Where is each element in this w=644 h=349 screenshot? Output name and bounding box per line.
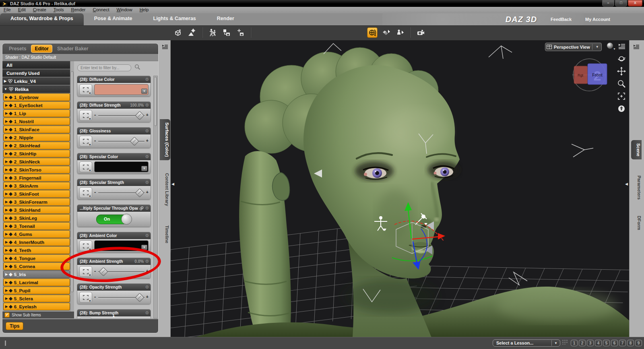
resize-handle[interactable] bbox=[5, 341, 6, 346]
surface-item[interactable]: ▶◆3_Toenail bbox=[3, 222, 70, 230]
image-map-button[interactable]: ▼ bbox=[79, 84, 92, 95]
expand-arrow-icon[interactable]: ▶ bbox=[5, 160, 8, 163]
lesson-number-button[interactable]: 1 bbox=[571, 340, 578, 346]
lesson-number-button[interactable]: 7 bbox=[619, 340, 626, 346]
image-map-button[interactable]: ▼ bbox=[79, 136, 92, 147]
expand-arrow-icon[interactable]: ▶ bbox=[5, 176, 8, 180]
slider[interactable]: -+ bbox=[94, 136, 149, 146]
image-map-button[interactable]: ▼ bbox=[79, 292, 92, 303]
lesson-number-button[interactable]: 8 bbox=[627, 340, 634, 346]
pan-view-icon[interactable] bbox=[617, 66, 626, 76]
surface-item[interactable]: ▶◆1_Nostril bbox=[3, 118, 70, 125]
slider[interactable]: -+ bbox=[94, 292, 149, 302]
activity-tab-render[interactable]: Render bbox=[206, 13, 245, 25]
image-map-button[interactable]: ▼ bbox=[79, 240, 92, 251]
lesson-number-button[interactable]: 4 bbox=[595, 340, 602, 346]
image-map-button[interactable]: ▼ bbox=[79, 266, 92, 277]
scroll-up-icon[interactable]: ▲ bbox=[112, 314, 116, 318]
activity-tab-pose-animate[interactable]: Pose & Animate bbox=[84, 13, 143, 25]
expand-arrow-icon[interactable]: ▶ bbox=[5, 152, 8, 155]
surface-item[interactable]: ▶◆3_SkinLeg bbox=[3, 214, 70, 222]
list-item-currently-used[interactable]: Currently Used bbox=[2, 69, 70, 77]
surface-item[interactable]: ▶◆1_SkinFace bbox=[3, 126, 70, 133]
side-tab-content-library[interactable]: Content Library bbox=[159, 170, 170, 209]
expand-arrow-icon[interactable]: ▶ bbox=[5, 200, 8, 204]
color-swatch[interactable]: ▼ bbox=[94, 240, 149, 251]
home-view-icon[interactable] bbox=[617, 104, 626, 114]
surface-item[interactable]: ▶◆6_Eyelash bbox=[3, 303, 70, 310]
minimize-button[interactable]: – bbox=[602, 0, 614, 6]
camera-selector[interactable]: Perspective View ▼ bbox=[545, 43, 602, 51]
expand-arrow-icon[interactable]: ▶ bbox=[5, 184, 8, 188]
surface-item[interactable]: ▶◆4_Tongue bbox=[3, 254, 70, 262]
menu-window[interactable]: Window bbox=[113, 7, 136, 12]
slider[interactable]: -+ bbox=[94, 110, 149, 120]
menu-tools[interactable]: Tools bbox=[50, 7, 68, 12]
save-pose-icon[interactable] bbox=[221, 27, 232, 38]
zoom-view-icon[interactable] bbox=[617, 79, 626, 89]
slider[interactable]: -+ bbox=[94, 318, 149, 318]
gear-icon[interactable]: ⚙ bbox=[145, 180, 149, 185]
surface-selection-tool-icon[interactable] bbox=[381, 27, 391, 38]
filter-input[interactable] bbox=[77, 64, 131, 71]
property-scrollbar[interactable] bbox=[153, 76, 158, 318]
expand-arrow-icon[interactable]: ▶ bbox=[5, 120, 8, 123]
lesson-number-button[interactable]: 2 bbox=[579, 340, 586, 346]
camera-tool-icon[interactable] bbox=[415, 27, 426, 38]
expand-arrow-icon[interactable]: ▶ bbox=[5, 289, 8, 292]
expand-arrow-icon[interactable]: ▶ bbox=[5, 216, 8, 220]
slider-handle[interactable] bbox=[99, 267, 108, 277]
create-light-icon[interactable] bbox=[187, 27, 197, 38]
slider-handle[interactable] bbox=[135, 188, 144, 198]
gear-icon[interactable]: ⚙ bbox=[145, 233, 149, 238]
right-dock-collapse-arrow[interactable]: ◀ bbox=[625, 182, 628, 186]
list-item-all[interactable]: All bbox=[2, 61, 70, 69]
image-map-button[interactable]: ▼ bbox=[79, 187, 92, 198]
pane-tab-shader-baker[interactable]: Shader Baker bbox=[54, 45, 91, 52]
surface-item[interactable]: ▶◆5_Iris bbox=[3, 271, 70, 278]
drawstyle-sphere-icon[interactable]: ▼ bbox=[607, 43, 616, 50]
slider-handle[interactable] bbox=[135, 293, 144, 302]
lesson-selector[interactable]: Select a Lesson... ▼ bbox=[493, 339, 560, 347]
side-tab-timeline[interactable]: Timeline bbox=[159, 222, 170, 246]
gear-icon[interactable]: ⚙ bbox=[145, 206, 149, 211]
slider[interactable]: -+ bbox=[94, 188, 149, 198]
gear-icon[interactable]: ⚙ bbox=[145, 103, 149, 107]
expand-arrow-icon[interactable]: ▶ bbox=[5, 128, 8, 131]
expand-arrow-icon[interactable]: ▼ bbox=[4, 87, 7, 91]
figure-pair-icon[interactable] bbox=[208, 27, 218, 38]
expand-arrow-icon[interactable]: ▶ bbox=[4, 79, 6, 83]
surface-item[interactable]: ▶◆4_Gums bbox=[3, 230, 70, 238]
expand-arrow-icon[interactable]: ▶ bbox=[5, 248, 8, 252]
expand-arrow-icon[interactable]: ▶ bbox=[5, 208, 8, 212]
surface-item[interactable]: ▶◆1_Eyebrow bbox=[3, 93, 70, 101]
image-map-button[interactable]: ▼ bbox=[79, 161, 92, 172]
lesson-number-button[interactable]: 9 bbox=[635, 340, 642, 346]
surface-item[interactable]: ▶◆1_EyeSocket bbox=[3, 101, 70, 109]
slider-handle[interactable] bbox=[135, 111, 144, 120]
surface-item[interactable]: ▶◆4_Teeth bbox=[3, 246, 70, 254]
expand-arrow-icon[interactable]: ▶ bbox=[5, 192, 8, 196]
menu-edit[interactable]: Edit bbox=[14, 7, 29, 12]
surface-item[interactable]: ▶◆5_Lacrimal bbox=[3, 279, 70, 286]
slider-handle[interactable] bbox=[130, 137, 139, 146]
image-map-button[interactable]: ▼ bbox=[79, 110, 92, 121]
lesson-number-button[interactable]: 6 bbox=[611, 340, 618, 346]
surface-item[interactable]: ▶◆5_Cornea bbox=[3, 262, 70, 270]
right-panel-menu-icon[interactable] bbox=[633, 43, 642, 52]
surface-item[interactable]: ▶◆1_Lip bbox=[3, 109, 70, 117]
gear-icon[interactable]: ⚙ bbox=[145, 285, 149, 289]
node-item[interactable]: ▶Lekku_V4 bbox=[2, 77, 70, 85]
surface-item[interactable]: ▶◆2_SkinTorso bbox=[3, 166, 70, 173]
surface-item[interactable]: ▶◆2_SkinHip bbox=[3, 150, 70, 157]
camera-selector-dropdown-icon[interactable]: ▼ bbox=[594, 45, 600, 49]
expand-arrow-icon[interactable]: ▶ bbox=[5, 144, 8, 147]
surface-item[interactable]: ▶◆3_SkinHand bbox=[3, 206, 70, 214]
surface-item[interactable]: ▶◆3_SkinArm bbox=[3, 182, 70, 190]
activity-tab-lights-cameras[interactable]: Lights & Cameras bbox=[143, 13, 206, 25]
menu-file[interactable]: File bbox=[0, 7, 14, 12]
viewport-menu-icon[interactable] bbox=[618, 43, 625, 51]
toggle-knob[interactable] bbox=[121, 214, 132, 225]
menu-create[interactable]: Create bbox=[29, 7, 50, 12]
surface-item[interactable]: ▶◆2_SkinNeck bbox=[3, 158, 70, 165]
